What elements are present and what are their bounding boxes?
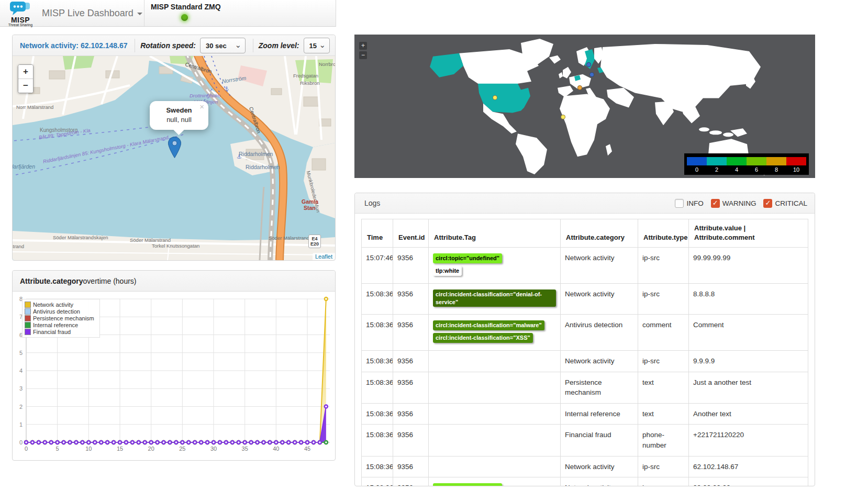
log-event-id: 9356 <box>393 351 429 372</box>
world-map-panel[interactable]: + − 0246810 <box>354 35 815 178</box>
map-marker-pin[interactable] <box>168 137 181 160</box>
checkbox-checked-icon[interactable]: ✓ <box>711 199 720 208</box>
chart-title-rest: overtime (hours) <box>83 277 137 285</box>
attribute-tag-chip: tlp:white <box>433 266 462 276</box>
log-value: 8.8.8.8 <box>689 283 808 315</box>
zmq-status-block: MISP Standard ZMQ <box>144 0 221 26</box>
filter-label: INFO <box>686 199 703 207</box>
log-tags: circl:topic="undefined"tlp:white <box>429 248 561 284</box>
log-row: 15:08:369356circl:topic="undefined"tlp:w… <box>362 477 808 486</box>
rotation-speed-select[interactable]: 30 sec ⌄ <box>200 38 246 53</box>
log-event-id: 9356 <box>393 315 429 351</box>
map-popup: × Sweden null, null <box>150 101 208 130</box>
log-type: ip-src <box>638 477 689 486</box>
zoom-level-value: 15 <box>309 42 317 50</box>
svg-text:2: 2 <box>19 404 23 410</box>
road-shield-e4-e20: E4 E20 <box>308 235 321 248</box>
nav-dashboard-menu[interactable]: MISP Live Dashboard <box>42 0 142 26</box>
zoom-level-select[interactable]: 15 ⌄ <box>304 38 330 53</box>
brand-name: MISP <box>5 17 36 23</box>
log-category: Antivirus detection <box>561 315 638 351</box>
log-category: Financial fraud <box>561 425 638 456</box>
svg-text:3: 3 <box>19 385 23 392</box>
chevron-down-icon: ⌄ <box>319 37 326 53</box>
log-filter-info[interactable]: INFO <box>675 199 703 208</box>
world-zoom-out-button[interactable]: − <box>359 51 367 59</box>
color-scale-tick: 10 <box>786 165 806 174</box>
filter-label: WARNING <box>722 199 756 207</box>
chart-legend-item: Network activity <box>25 302 94 308</box>
legend-swatch <box>25 315 31 321</box>
overtime-chart: 012345678051015202530354045 Network acti… <box>13 292 336 461</box>
svg-text:40: 40 <box>273 446 279 452</box>
caret-down-icon <box>137 13 142 15</box>
color-scale-tick: 4 <box>727 165 747 174</box>
log-row: 15:08:369356Network activityip-src62.102… <box>362 456 808 477</box>
checkbox-unchecked-icon[interactable] <box>675 199 684 208</box>
leaflet-attribution[interactable]: Leaflet <box>313 253 335 260</box>
color-scale-segment <box>727 157 747 165</box>
svg-text:1: 1 <box>19 421 23 428</box>
log-time: 15:08:36 <box>362 283 393 315</box>
svg-text:15: 15 <box>117 446 123 452</box>
log-row: 15:08:369356circl:incident-classificatio… <box>362 283 808 315</box>
zmq-status-dot <box>181 14 188 21</box>
color-scale-tick: 0 <box>687 165 707 174</box>
world-zoom-in-button[interactable]: + <box>359 42 367 50</box>
event-location-dot <box>577 85 582 90</box>
legend-label: Persistence mechanism <box>33 315 94 321</box>
log-value: 9.9.9.9 <box>689 351 808 372</box>
log-row: 15:08:369356Financial fraudphone-number+… <box>362 425 808 456</box>
log-filter-warning[interactable]: ✓WARNING <box>711 199 756 208</box>
misp-logo[interactable]: MISP Threat Sharing <box>5 2 36 27</box>
svg-text:35: 35 <box>242 446 248 452</box>
event-location-dot <box>561 115 565 119</box>
legend-label: Financial fraud <box>33 329 71 335</box>
log-type: text <box>638 403 689 425</box>
map-zoom-in-button[interactable]: + <box>18 65 33 79</box>
popup-country: Sweden <box>153 106 205 114</box>
legend-label: Internal reference <box>33 322 78 328</box>
misp-dashboard-page: MISP Threat Sharing MISP Live Dashboard … <box>0 0 868 490</box>
log-time: 15:08:36 <box>362 315 393 351</box>
svg-text:25: 25 <box>179 446 185 452</box>
attribute-tag-chip: circl:topic="undefined" <box>433 253 502 263</box>
log-category: Persistence mechanism <box>561 372 638 403</box>
legend-label: Antivirus detection <box>33 308 80 315</box>
log-value: +221721120220 <box>689 425 808 456</box>
log-category: Network activity <box>561 283 638 315</box>
log-category: Internal reference <box>561 403 638 425</box>
nav-dashboard-title: MISP Live Dashboard <box>42 8 133 18</box>
logs-table: TimeEvent.idAttribute.TagAttribute.categ… <box>361 219 808 486</box>
misp-logo-icon <box>9 2 32 15</box>
leaflet-map[interactable]: CentralbronCentralbronNorrströmFredsgata… <box>13 56 335 260</box>
log-tags: circl:topic="undefined"tlp:white <box>429 477 561 486</box>
log-event-id: 9356 <box>393 372 429 403</box>
svg-text:5: 5 <box>56 446 59 452</box>
log-category: Network activity <box>561 456 638 477</box>
logs-header: Logs INFO✓WARNING✓CRITICAL <box>355 193 815 214</box>
attribute-tag-chip: circl:incident-classification="XSS" <box>433 333 533 343</box>
log-time: 15:07:46 <box>362 248 393 284</box>
color-scale-segment <box>707 157 727 165</box>
map-zoom-control: + − <box>18 64 34 93</box>
svg-text:45: 45 <box>304 446 310 452</box>
log-value: Another text <box>689 403 808 425</box>
color-scale-segment <box>786 157 806 165</box>
log-time: 15:08:36 <box>362 477 393 486</box>
color-scale-tick: 6 <box>747 165 766 174</box>
log-type: ip-src <box>638 456 689 477</box>
divider <box>253 39 253 52</box>
map-zoom-out-button[interactable]: − <box>18 79 33 93</box>
popup-close-icon[interactable]: × <box>199 103 204 110</box>
logs-column-header: Attribute.type <box>638 219 689 248</box>
log-type: ip-src <box>638 283 689 315</box>
checkbox-checked-icon[interactable]: ✓ <box>763 199 772 208</box>
log-value: 99.99.99.99 <box>689 248 808 284</box>
log-value: 99.99.99.99 <box>689 477 808 486</box>
log-tags <box>429 403 561 425</box>
attribute-tag-chip: circl:incident-classification="malware" <box>433 320 544 330</box>
log-type: comment <box>638 315 689 351</box>
log-filter-critical[interactable]: ✓CRITICAL <box>763 199 807 208</box>
world-map-zoom-control: + − <box>359 42 367 61</box>
